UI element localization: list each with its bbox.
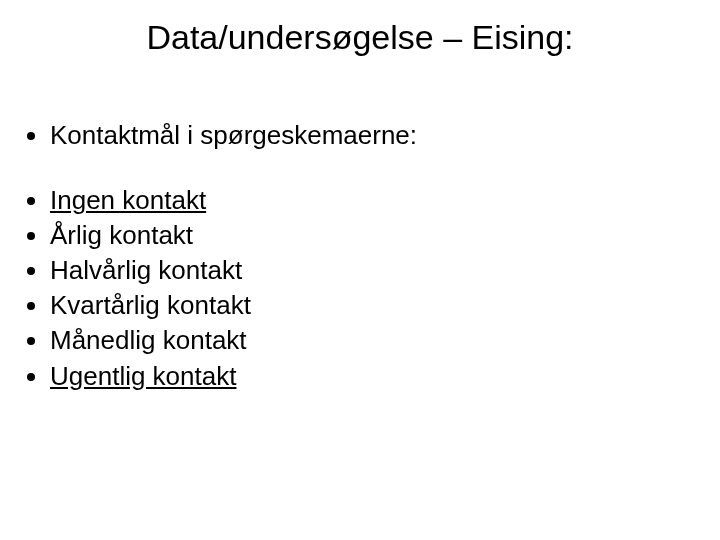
slide-title: Data/undersøgelse – Eising:: [0, 18, 720, 57]
list-item: Månedlig kontakt: [50, 323, 680, 358]
list-item: Kvartårlig kontakt: [50, 288, 680, 323]
bullet-list-level1: Kontaktmål i spørgeskemaerne:: [28, 118, 680, 153]
list-item-text: Halvårlig kontakt: [50, 255, 242, 285]
list-item-text: Månedlig kontakt: [50, 325, 247, 355]
list-item-text: Årlig kontakt: [50, 220, 193, 250]
list-item-text: Kvartårlig kontakt: [50, 290, 251, 320]
intro-text: Kontaktmål i spørgeskemaerne:: [50, 120, 417, 150]
slide: Data/undersøgelse – Eising: Kontaktmål i…: [0, 0, 720, 540]
list-item: Årlig kontakt: [50, 218, 680, 253]
list-item: Halvårlig kontakt: [50, 253, 680, 288]
bullet-list-level2: Ingen kontakt Årlig kontakt Halvårlig ko…: [28, 183, 680, 394]
slide-body: Kontaktmål i spørgeskemaerne: Ingen kont…: [28, 118, 680, 394]
intro-bullet: Kontaktmål i spørgeskemaerne:: [50, 118, 680, 153]
list-item: Ingen kontakt: [50, 183, 680, 218]
list-item-text: Ugentlig kontakt: [50, 361, 236, 391]
list-item: Ugentlig kontakt: [50, 359, 680, 394]
list-item-text: Ingen kontakt: [50, 185, 206, 215]
